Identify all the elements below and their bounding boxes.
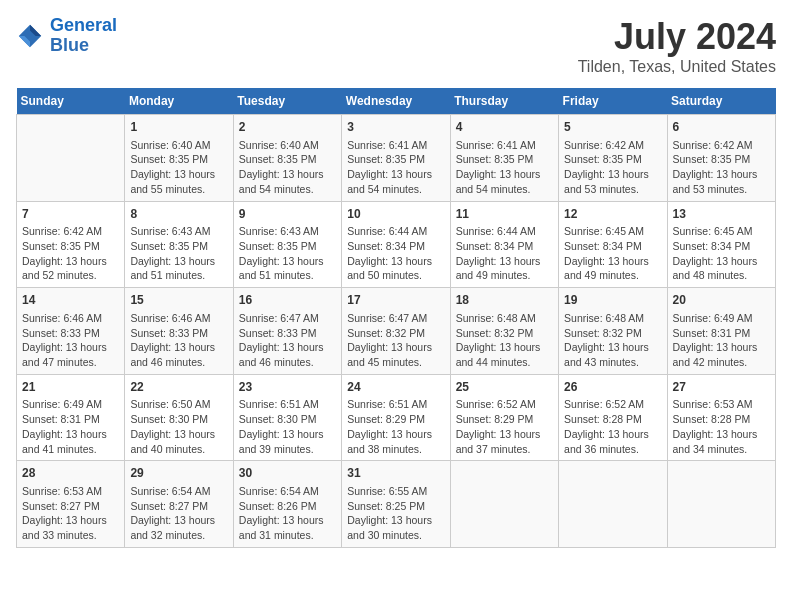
header-row: SundayMondayTuesdayWednesdayThursdayFrid…	[17, 88, 776, 115]
day-info: and 39 minutes.	[239, 442, 336, 457]
day-info: Daylight: 13 hours	[347, 254, 444, 269]
day-cell: 15Sunrise: 6:46 AMSunset: 8:33 PMDayligh…	[125, 288, 233, 375]
week-row-1: 7Sunrise: 6:42 AMSunset: 8:35 PMDaylight…	[17, 201, 776, 288]
day-number: 25	[456, 379, 553, 396]
day-info: Sunrise: 6:47 AM	[347, 311, 444, 326]
day-info: Sunset: 8:32 PM	[347, 326, 444, 341]
day-number: 19	[564, 292, 661, 309]
header-cell-monday: Monday	[125, 88, 233, 115]
day-info: Sunset: 8:35 PM	[239, 152, 336, 167]
day-cell: 20Sunrise: 6:49 AMSunset: 8:31 PMDayligh…	[667, 288, 775, 375]
day-info: Sunrise: 6:54 AM	[239, 484, 336, 499]
day-number: 28	[22, 465, 119, 482]
day-info: Sunrise: 6:52 AM	[564, 397, 661, 412]
day-number: 8	[130, 206, 227, 223]
week-row-2: 14Sunrise: 6:46 AMSunset: 8:33 PMDayligh…	[17, 288, 776, 375]
day-info: Daylight: 13 hours	[22, 427, 119, 442]
day-info: Sunset: 8:28 PM	[673, 412, 770, 427]
day-info: Daylight: 13 hours	[456, 167, 553, 182]
day-info: and 49 minutes.	[456, 268, 553, 283]
day-number: 20	[673, 292, 770, 309]
day-info: Sunrise: 6:48 AM	[564, 311, 661, 326]
day-cell: 5Sunrise: 6:42 AMSunset: 8:35 PMDaylight…	[559, 115, 667, 202]
day-number: 12	[564, 206, 661, 223]
day-info: Sunrise: 6:49 AM	[22, 397, 119, 412]
day-info: Sunset: 8:35 PM	[239, 239, 336, 254]
day-cell: 31Sunrise: 6:55 AMSunset: 8:25 PMDayligh…	[342, 461, 450, 548]
day-info: Daylight: 13 hours	[456, 340, 553, 355]
day-info: and 36 minutes.	[564, 442, 661, 457]
day-info: Sunset: 8:35 PM	[347, 152, 444, 167]
day-info: Sunset: 8:35 PM	[673, 152, 770, 167]
day-info: Sunrise: 6:44 AM	[347, 224, 444, 239]
day-cell: 17Sunrise: 6:47 AMSunset: 8:32 PMDayligh…	[342, 288, 450, 375]
day-number: 24	[347, 379, 444, 396]
day-cell: 1Sunrise: 6:40 AMSunset: 8:35 PMDaylight…	[125, 115, 233, 202]
day-info: Daylight: 13 hours	[673, 340, 770, 355]
day-info: Daylight: 13 hours	[239, 340, 336, 355]
day-info: and 44 minutes.	[456, 355, 553, 370]
day-info: and 33 minutes.	[22, 528, 119, 543]
day-info: and 41 minutes.	[22, 442, 119, 457]
day-cell: 26Sunrise: 6:52 AMSunset: 8:28 PMDayligh…	[559, 374, 667, 461]
day-cell	[667, 461, 775, 548]
day-info: and 53 minutes.	[673, 182, 770, 197]
day-info: Sunset: 8:31 PM	[673, 326, 770, 341]
day-number: 4	[456, 119, 553, 136]
day-info: Sunset: 8:32 PM	[456, 326, 553, 341]
day-info: Sunrise: 6:43 AM	[239, 224, 336, 239]
day-number: 11	[456, 206, 553, 223]
day-cell: 3Sunrise: 6:41 AMSunset: 8:35 PMDaylight…	[342, 115, 450, 202]
header-cell-tuesday: Tuesday	[233, 88, 341, 115]
day-cell: 8Sunrise: 6:43 AMSunset: 8:35 PMDaylight…	[125, 201, 233, 288]
day-info: Sunrise: 6:53 AM	[673, 397, 770, 412]
day-number: 31	[347, 465, 444, 482]
day-info: Daylight: 13 hours	[347, 427, 444, 442]
day-info: Sunset: 8:34 PM	[673, 239, 770, 254]
day-info: Daylight: 13 hours	[673, 427, 770, 442]
day-cell: 2Sunrise: 6:40 AMSunset: 8:35 PMDaylight…	[233, 115, 341, 202]
day-info: Daylight: 13 hours	[239, 427, 336, 442]
day-info: and 46 minutes.	[130, 355, 227, 370]
day-cell: 21Sunrise: 6:49 AMSunset: 8:31 PMDayligh…	[17, 374, 125, 461]
day-info: Daylight: 13 hours	[564, 427, 661, 442]
day-cell: 9Sunrise: 6:43 AMSunset: 8:35 PMDaylight…	[233, 201, 341, 288]
day-info: Sunset: 8:34 PM	[456, 239, 553, 254]
day-info: Daylight: 13 hours	[456, 254, 553, 269]
day-number: 18	[456, 292, 553, 309]
day-number: 7	[22, 206, 119, 223]
header-cell-sunday: Sunday	[17, 88, 125, 115]
day-info: Sunset: 8:29 PM	[456, 412, 553, 427]
day-info: Sunrise: 6:50 AM	[130, 397, 227, 412]
day-number: 5	[564, 119, 661, 136]
day-info: Sunset: 8:27 PM	[130, 499, 227, 514]
day-cell: 4Sunrise: 6:41 AMSunset: 8:35 PMDaylight…	[450, 115, 558, 202]
day-info: Sunset: 8:30 PM	[239, 412, 336, 427]
week-row-3: 21Sunrise: 6:49 AMSunset: 8:31 PMDayligh…	[17, 374, 776, 461]
day-info: Sunrise: 6:55 AM	[347, 484, 444, 499]
day-number: 13	[673, 206, 770, 223]
day-info: and 43 minutes.	[564, 355, 661, 370]
day-info: Sunset: 8:34 PM	[347, 239, 444, 254]
day-number: 15	[130, 292, 227, 309]
day-info: Sunrise: 6:41 AM	[347, 138, 444, 153]
day-info: Sunrise: 6:42 AM	[564, 138, 661, 153]
day-number: 26	[564, 379, 661, 396]
day-info: Sunset: 8:29 PM	[347, 412, 444, 427]
day-cell: 24Sunrise: 6:51 AMSunset: 8:29 PMDayligh…	[342, 374, 450, 461]
day-number: 6	[673, 119, 770, 136]
day-info: and 51 minutes.	[239, 268, 336, 283]
header-cell-thursday: Thursday	[450, 88, 558, 115]
day-info: Sunrise: 6:42 AM	[22, 224, 119, 239]
day-number: 2	[239, 119, 336, 136]
day-info: Sunrise: 6:46 AM	[130, 311, 227, 326]
day-number: 3	[347, 119, 444, 136]
day-cell: 22Sunrise: 6:50 AMSunset: 8:30 PMDayligh…	[125, 374, 233, 461]
day-info: Sunrise: 6:54 AM	[130, 484, 227, 499]
page-header: General Blue July 2024 Tilden, Texas, Un…	[16, 16, 776, 76]
day-info: Sunrise: 6:40 AM	[130, 138, 227, 153]
day-info: Sunset: 8:32 PM	[564, 326, 661, 341]
day-info: Sunset: 8:28 PM	[564, 412, 661, 427]
day-info: Sunrise: 6:49 AM	[673, 311, 770, 326]
calendar-body: 1Sunrise: 6:40 AMSunset: 8:35 PMDaylight…	[17, 115, 776, 548]
